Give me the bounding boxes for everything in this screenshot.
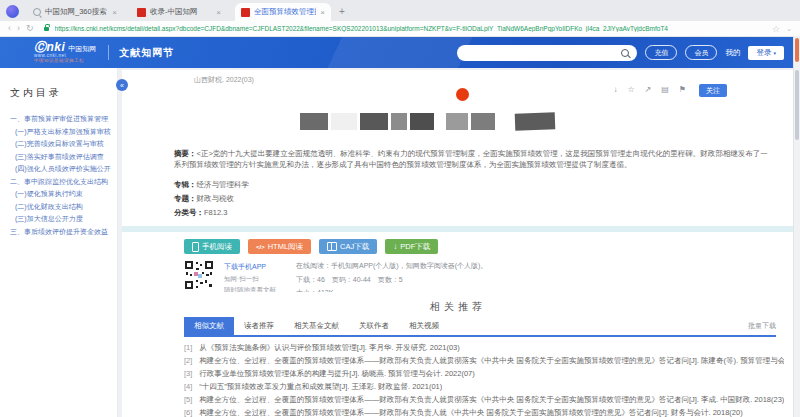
- phone-icon: [192, 242, 199, 252]
- toc-sidebar: 文内目录 一、事前预算评审促进预算管理 (一)严格支出标准加强预算审核 (二)完…: [0, 68, 118, 417]
- chevron-down-icon: ▾: [773, 50, 776, 56]
- caj-download-button[interactable]: CAJ下载: [319, 239, 377, 254]
- https-lock-icon: [44, 27, 49, 31]
- forward-button[interactable]: ›: [17, 24, 20, 33]
- toc-item[interactable]: (一)硬化预算执行约束: [10, 188, 117, 201]
- toc-item[interactable]: (一)严格支出标准加强预算审核: [10, 126, 117, 139]
- share-icon[interactable]: ↗: [645, 86, 652, 94]
- collapse-sidebar-button[interactable]: «: [116, 79, 128, 91]
- journal-source-link[interactable]: 山西财税. 2022(03): [194, 75, 254, 85]
- code-icon: </>: [256, 244, 265, 250]
- toc-title: 文内目录: [10, 86, 117, 100]
- tab-close-icon[interactable]: ×: [320, 8, 325, 17]
- back-button[interactable]: ‹: [8, 24, 11, 33]
- alert-icon[interactable]: ⚑: [679, 86, 686, 94]
- list-item[interactable]: [4]“十四五”预算绩效改革发力重点和成效展望[J]. 王泽彩. 财政监督. 2…: [184, 380, 784, 393]
- tab-cnki-included[interactable]: 收录-中国知网 ×: [131, 3, 227, 21]
- header-search-input[interactable]: [457, 45, 637, 61]
- toc-item[interactable]: (三)落实好事前绩效评估调查: [10, 151, 117, 164]
- download-icon: ↓: [393, 243, 397, 251]
- html-read-button[interactable]: </> HTML阅读: [248, 239, 311, 254]
- tab-article-active[interactable]: 全面预算绩效管理探讨 ×: [235, 3, 331, 21]
- toc-item[interactable]: 三、事后绩效评价提升资金效益: [10, 226, 117, 239]
- topic-row: 专题：财政与税收: [174, 194, 234, 204]
- main-content: « 山西财税. 2022(03) ↓ ☆ ↗ ▤ ⚑ 关注: [122, 68, 794, 417]
- recording-dot: [456, 88, 469, 101]
- topic-value: 财政与税收: [197, 194, 235, 203]
- toc-item[interactable]: 二、事中跟踪监控优化支出结构: [10, 176, 117, 189]
- download-stats: 下载：46 页码：40-44 页数：5: [296, 275, 487, 285]
- tab-related-authors[interactable]: 关联作者: [349, 317, 399, 335]
- redacted-title: [300, 112, 558, 130]
- login-button[interactable]: 登录 ▾: [748, 46, 784, 60]
- site-name: 文献知网节: [119, 46, 174, 60]
- list-item[interactable]: [5]构建全方位、全过程、全覆盖的预算绩效管理体系——财政部有关负责人就贯彻落实…: [184, 393, 784, 406]
- cnki-favicon: [241, 8, 250, 17]
- book-icon: [327, 242, 337, 251]
- scrollbar-thumb[interactable]: [795, 70, 799, 140]
- toc-item[interactable]: (二)完善绩效目标设置与审核: [10, 138, 117, 151]
- tab-reader-recommend[interactable]: 读者推荐: [234, 317, 284, 335]
- online-reading-info: 在线阅读：手机知网APP(个人版)，知网数字阅读器(个人版)。: [296, 261, 487, 271]
- tab-fund-literature[interactable]: 相关基金文献: [284, 317, 349, 335]
- toc-item[interactable]: (四)强化人员绩效评价实施公开: [10, 163, 117, 176]
- related-title: 相关推荐: [122, 300, 794, 314]
- follow-button[interactable]: 关注: [699, 84, 727, 97]
- tab-close-icon[interactable]: ×: [112, 8, 117, 17]
- address-bar: ‹ › ↻ https://kns.cnki.net/kcms/detail/d…: [0, 21, 800, 37]
- url-dropdown-icon[interactable]: ⌄: [786, 25, 792, 33]
- list-item[interactable]: [1]从《预算法实施条例》认识与评价预算绩效管理[J]. 李月华. 开发研究. …: [184, 341, 784, 354]
- tab-strip: 中国知网_360搜索 × 收录-中国知网 × 全面预算绩效管理探讨 × +: [0, 0, 800, 21]
- batch-download-button[interactable]: 批量下载: [748, 321, 776, 335]
- toc-item[interactable]: 一、事前预算评审促进预算管理: [10, 113, 117, 126]
- list-item[interactable]: [3]行政事业单位预算绩效管理体系的构建与提升[J]. 杨晓燕. 预算管理与会计…: [184, 367, 784, 380]
- reload-button[interactable]: ↻: [26, 24, 34, 33]
- toc-item[interactable]: (二)优化财政支出结构: [10, 201, 117, 214]
- abstract: 摘要：<正>党的十九大提出要建立全面规范透明、标准科学、约束有力的现代预算管理制…: [174, 148, 770, 170]
- my-account-link[interactable]: 我的: [725, 48, 740, 58]
- download-card: 手机阅读 </> HTML阅读 CAJ下载 ↓ PDF下载: [122, 232, 794, 294]
- header-divider: [108, 45, 109, 60]
- download-app-link[interactable]: 下载手机APP: [224, 262, 282, 272]
- vip-button[interactable]: 会员: [685, 45, 717, 60]
- abstract-label: 摘要：: [174, 149, 197, 158]
- new-tab-button[interactable]: +: [339, 6, 345, 17]
- tab-cnki-search[interactable]: 中国知网_360搜索 ×: [27, 3, 123, 21]
- album-value: 经济与管理科学: [197, 180, 250, 189]
- url-field[interactable]: https://kns.cnki.net/kcms/detail/detail.…: [55, 25, 767, 32]
- qr-code: [184, 260, 214, 290]
- bookmark-star-icon[interactable]: ☆: [772, 24, 780, 34]
- browser-logo-icon: [6, 5, 19, 18]
- browser-window: 中国知网_360搜索 × 收录-中国知网 × 全面预算绩效管理探讨 × + ‹ …: [0, 0, 800, 417]
- toc-item[interactable]: (三)加大信息公开力度: [10, 213, 117, 226]
- mobile-read-button[interactable]: 手机阅读: [184, 239, 240, 254]
- search-icon: [33, 8, 41, 16]
- related-card: 相关推荐 相似文献 读者推荐 相关基金文献 关联作者 相关视频 批量下载 [1]…: [122, 292, 794, 417]
- scrollbar-thumb[interactable]: [795, 38, 799, 62]
- scrollbar[interactable]: [793, 36, 800, 417]
- tab-similar-literature[interactable]: 相似文献: [184, 317, 234, 335]
- related-tabs: 相似文献 读者推荐 相关基金文献 关联作者 相关视频 批量下载: [184, 318, 776, 337]
- clc-row: 分类号：F812.3: [174, 208, 227, 218]
- tab-close-icon[interactable]: ×: [216, 8, 221, 17]
- scan-label: 知网·扫一扫: [224, 275, 282, 284]
- list-item[interactable]: [6]构建全方位、全过程、全覆盖的预算绩效管理体系——财政部有关负责人就《中共中…: [184, 406, 784, 417]
- tab-related-videos[interactable]: 相关视频: [399, 317, 449, 335]
- cnki-header: Ⓒnki 中国知网 www.cnki.net 中国知识基础设施工程 文献知网节 …: [0, 37, 800, 68]
- search-icon: [621, 49, 629, 57]
- print-icon[interactable]: ▤: [661, 86, 669, 94]
- list-item[interactable]: [2]构建全方位、全过程、全覆盖的预算绩效管理体系——财政部有关负责人就贯彻落实…: [184, 354, 784, 367]
- album-row: 专辑：经济与管理科学: [174, 180, 249, 190]
- cnki-logo: Ⓒnki 中国知网 www.cnki.net 中国知识基础设施工程: [34, 41, 96, 64]
- export-icon[interactable]: ↓: [613, 86, 617, 94]
- cnki-favicon: [137, 8, 146, 17]
- abstract-text: <正>党的十九大提出要建立全面规范透明、标准科学、约束有力的现代预算管理制度，全…: [174, 149, 768, 169]
- recharge-button[interactable]: 充值: [645, 45, 677, 60]
- pdf-download-button[interactable]: ↓ PDF下载: [385, 239, 438, 254]
- favorite-star-icon[interactable]: ☆: [627, 86, 634, 94]
- clc-value: F812.3: [204, 208, 227, 217]
- related-list: [1]从《预算法实施条例》认识与评价预算绩效管理[J]. 李月华. 开发研究. …: [184, 341, 784, 417]
